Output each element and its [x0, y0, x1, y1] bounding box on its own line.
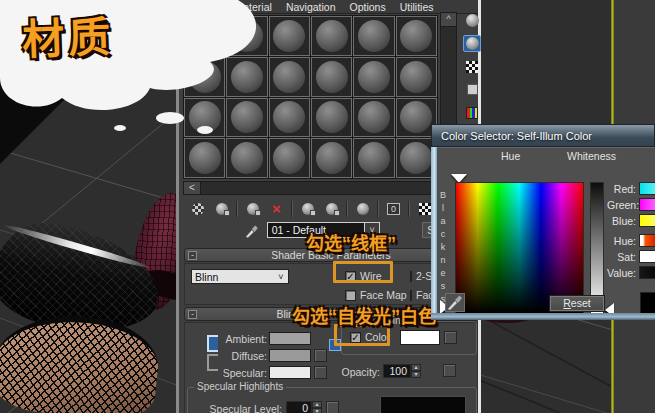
- value-slider-row: Value:: [607, 266, 655, 279]
- eyedropper-icon: [446, 294, 464, 311]
- chevron-down-icon: ˅: [274, 272, 288, 282]
- specular-highlights-label: Specular Highlights: [194, 381, 286, 392]
- dialog-bottom-border: [431, 313, 655, 320]
- background-icon[interactable]: [463, 58, 481, 75]
- material-sample-slot[interactable]: [311, 138, 352, 178]
- specular-level-label: Specular Level:: [204, 403, 282, 413]
- whiteness-label: Whiteness: [567, 150, 616, 162]
- opacity-label: Opacity:: [325, 366, 380, 378]
- sat-slider[interactable]: [639, 250, 655, 263]
- dialog-title: Color Selector: Self-Illum Color: [432, 130, 592, 142]
- material-sample-slot[interactable]: [311, 16, 352, 56]
- specular-level-map-button[interactable]: [326, 401, 339, 413]
- scroll-left-button[interactable]: <: [184, 182, 201, 194]
- color-selector-dialog: Color Selector: Self-Illum Color Hue Whi…: [431, 124, 655, 320]
- hue-slider-row: Hue:: [607, 234, 655, 247]
- material-sample-slot[interactable]: [353, 138, 394, 178]
- value-slider[interactable]: [639, 266, 655, 279]
- assign-material-icon[interactable]: [242, 199, 263, 218]
- diffuse-label: Diffuse:: [215, 350, 267, 362]
- sat-label: Sat:: [607, 251, 639, 263]
- collapse-icon[interactable]: -: [188, 251, 197, 260]
- tutorial-title: 材质: [21, 2, 115, 66]
- wire-highlight-frame: [333, 261, 393, 283]
- toolbar-separator: [346, 201, 348, 217]
- self-illum-map-button[interactable]: [444, 331, 457, 344]
- sample-type-icon[interactable]: [463, 12, 481, 29]
- red-label: Red:: [607, 183, 639, 195]
- sat-slider-row: Sat:: [607, 250, 655, 263]
- opacity-value: 100: [383, 364, 411, 378]
- red-slider-row: Red:: [607, 182, 655, 195]
- spin-up-icon[interactable]: ▴: [312, 401, 322, 408]
- selfillum-annotation: 勾选“自发光”白色: [292, 302, 436, 328]
- toolbar-separator: [377, 201, 379, 217]
- pick-material-eyedropper-icon[interactable]: [245, 222, 259, 238]
- scroll-up-button[interactable]: ^: [441, 13, 456, 27]
- menu-options[interactable]: Options: [350, 1, 386, 13]
- green-slider[interactable]: [639, 198, 655, 211]
- hue-slider-label: Hue:: [607, 235, 639, 247]
- sample-uv-tiling-icon[interactable]: [463, 81, 481, 98]
- material-sample-slot[interactable]: [396, 57, 437, 97]
- screenshot-stage: 材质 勾选“线框” 勾选“自发光”白色 Modes Material Navig…: [0, 0, 655, 413]
- material-sample-slot[interactable]: [353, 16, 394, 56]
- reset-button[interactable]: Reset: [549, 295, 605, 312]
- self-illum-color-swatch[interactable]: [400, 330, 440, 345]
- backlight-icon[interactable]: [463, 35, 481, 52]
- blue-label: Blue:: [607, 215, 639, 227]
- video-color-check-icon[interactable]: [463, 104, 481, 121]
- material-id-channel-icon[interactable]: 0: [383, 199, 404, 218]
- sample-horizontal-scrollbar[interactable]: <: [183, 181, 439, 195]
- material-sample-slot[interactable]: [396, 16, 437, 56]
- green-label: Green:: [607, 199, 639, 211]
- toolbar-separator: [408, 201, 410, 217]
- diffuse-swatch[interactable]: [269, 349, 311, 362]
- ambient-label: Ambient:: [215, 333, 267, 345]
- diffuse-map-button[interactable]: [314, 349, 327, 362]
- opacity-spinner[interactable]: 100 ▴ ▾: [383, 364, 421, 378]
- hue-label: Hue: [501, 150, 520, 162]
- specular-swatch[interactable]: [269, 366, 311, 379]
- dialog-titlebar[interactable]: Color Selector: Self-Illum Color: [431, 124, 655, 147]
- color-eyedropper-button[interactable]: [445, 293, 465, 312]
- put-material-to-scene-icon[interactable]: [211, 199, 232, 218]
- shader-type-value: Blinn: [192, 271, 274, 283]
- menu-utilities[interactable]: Utilities: [400, 1, 434, 13]
- make-unique-icon[interactable]: [321, 199, 342, 218]
- spin-down-icon[interactable]: ▾: [312, 408, 322, 413]
- red-slider[interactable]: [639, 182, 655, 195]
- highlight-curve-graph: [380, 396, 466, 413]
- blackness-label: Blackness: [438, 190, 448, 307]
- blinn-rollout-panel: Ambient: Diffuse: Specular: Self-Illumin…: [184, 322, 478, 413]
- material-sample-slot[interactable]: [311, 57, 352, 97]
- wire-annotation: 勾选“线框”: [306, 229, 396, 255]
- opacity-map-button[interactable]: [443, 364, 456, 377]
- specular-label: Specular:: [215, 367, 267, 379]
- hue-slider[interactable]: [639, 234, 655, 247]
- dialog-body: Hue Whiteness Blackness Red: Green: Blue…: [437, 147, 655, 313]
- reset-map-icon[interactable]: ×: [266, 199, 287, 218]
- collapse-icon[interactable]: -: [188, 310, 197, 319]
- blue-slider-row: Blue:: [607, 214, 655, 227]
- get-material-icon[interactable]: [187, 199, 208, 218]
- make-material-copy-icon[interactable]: [297, 199, 318, 218]
- menu-navigation[interactable]: Navigation: [286, 1, 336, 13]
- blue-slider[interactable]: [639, 214, 655, 227]
- color-preview-swatch: [640, 292, 655, 314]
- face-map-checkbox[interactable]: Face Map: [345, 289, 407, 301]
- value-label: Value:: [607, 267, 639, 279]
- specular-level-value: 0: [286, 401, 312, 413]
- material-sample-slot[interactable]: [353, 98, 394, 138]
- toolbar-separator: [236, 201, 238, 217]
- material-sample-slot[interactable]: [353, 57, 394, 97]
- material-sample-slot[interactable]: [311, 98, 352, 138]
- shader-type-dropdown[interactable]: Blinn ˅: [191, 269, 289, 284]
- toolbar-separator: [291, 201, 293, 217]
- specular-level-spinner[interactable]: 0 ▴ ▾: [286, 401, 322, 413]
- ambient-swatch[interactable]: [269, 332, 311, 345]
- spin-down-icon[interactable]: ▾: [411, 371, 421, 378]
- green-slider-row: Green:: [607, 198, 655, 211]
- spin-up-icon[interactable]: ▴: [411, 364, 421, 371]
- put-to-library-icon[interactable]: [352, 199, 373, 218]
